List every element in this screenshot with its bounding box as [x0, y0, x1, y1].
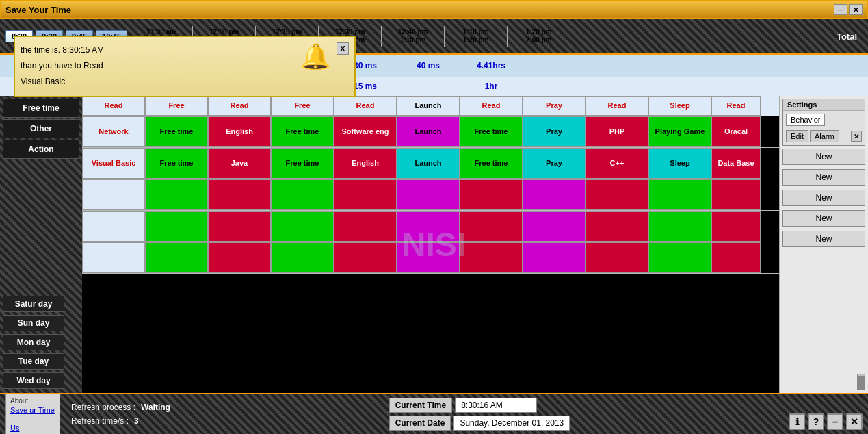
cell-wed-9[interactable]: [648, 242, 711, 273]
cell-wed-6[interactable]: [460, 242, 523, 273]
cell-wed-7[interactable]: [523, 242, 586, 273]
cell-sun-sleep[interactable]: Sleep: [648, 148, 711, 179]
info-button[interactable]: ℹ: [789, 413, 805, 430]
cell-mon-9[interactable]: [648, 179, 711, 210]
day-btn-monday[interactable]: Mon day: [3, 334, 64, 350]
time-section: Current Time 8:30:16 AM Current Date Sun…: [389, 398, 570, 431]
cell-mon-5[interactable]: [397, 179, 460, 210]
sidebar-btn-other[interactable]: Other: [3, 119, 79, 138]
cell-mon-1[interactable]: [145, 179, 208, 210]
current-time-label[interactable]: Current Time: [389, 398, 452, 413]
cell-mon-10[interactable]: [711, 179, 761, 210]
cell-sun-freetime-3[interactable]: Free time: [460, 148, 523, 179]
new-button-3[interactable]: New: [782, 190, 865, 206]
minimize-bottom-button[interactable]: –: [827, 413, 843, 430]
day-btn-saturday[interactable]: Satur day: [3, 296, 64, 312]
close-bottom-button[interactable]: ✕: [846, 413, 863, 430]
sidebar: Free time Other Action Satur day Sun day…: [0, 96, 82, 393]
cell-tue-6[interactable]: [460, 211, 523, 242]
cell-sat-english[interactable]: English: [208, 116, 271, 147]
day-btn-sunday[interactable]: Sun day: [3, 315, 64, 331]
subject-wed: [82, 242, 145, 273]
cell-tue-4[interactable]: [334, 211, 397, 242]
subject-mon: [82, 179, 145, 210]
cell-mon-8[interactable]: [586, 179, 648, 210]
header-read-2: Read: [334, 96, 397, 116]
edit-button[interactable]: Edit: [786, 130, 808, 142]
cell-sat-freetime-1[interactable]: Free time: [145, 116, 208, 147]
cell-tue-10[interactable]: [711, 211, 761, 242]
cell-wed-1[interactable]: [145, 242, 208, 273]
cell-tue-7[interactable]: [523, 211, 586, 242]
cell-sat-php[interactable]: PHP: [586, 116, 648, 147]
cell-mon-2[interactable]: [208, 179, 271, 210]
cell-tue-5[interactable]: [397, 211, 460, 242]
about-link-saveyrtime[interactable]: Save ur Time: [10, 406, 55, 414]
cell-mon-4[interactable]: [334, 179, 397, 210]
close-button[interactable]: ✕: [849, 4, 863, 15]
cell-tue-9[interactable]: [648, 211, 711, 242]
new-button-4[interactable]: New: [782, 210, 865, 227]
cell-tue-3[interactable]: [271, 211, 334, 242]
cell-wed-2[interactable]: [208, 242, 271, 273]
cell-sat-playinggame[interactable]: Playing Game: [648, 116, 711, 147]
cell-sun-freetime-1[interactable]: Free time: [145, 148, 208, 179]
settings-box: Settings Behavior Edit Alarm ✕: [782, 99, 865, 146]
sidebar-btn-freetime[interactable]: Free time: [3, 99, 79, 118]
cell-sun-cpp[interactable]: C++: [586, 148, 648, 179]
cell-sun-database[interactable]: Data Base: [711, 148, 761, 179]
popup-line3: Visual Basic: [21, 74, 295, 90]
cell-tue-1[interactable]: [145, 211, 208, 242]
refresh-process-value: Waiting: [141, 403, 170, 412]
sidebar-btn-action[interactable]: Action: [3, 140, 79, 159]
current-date-label[interactable]: Current Date: [389, 416, 451, 431]
header-free-2: Free: [271, 96, 334, 116]
cell-sat-pray[interactable]: Pray: [523, 116, 586, 147]
cell-sat-launch[interactable]: Launch: [397, 116, 460, 147]
day-btn-wednesday[interactable]: Wed day: [3, 372, 64, 389]
cell-wed-3[interactable]: [271, 242, 334, 273]
table-row-monday: [82, 179, 779, 211]
header-launch: Launch: [397, 96, 460, 116]
new-button-1[interactable]: New: [782, 149, 865, 165]
cell-wed-5[interactable]: [397, 242, 460, 273]
tab-behavior[interactable]: Behavior: [786, 114, 825, 126]
cell-mon-3[interactable]: [271, 179, 334, 210]
table-row-tuesday: [82, 211, 779, 242]
refresh-time-value: 3: [134, 416, 139, 426]
settings-tabs: Behavior: [783, 111, 865, 129]
cell-tue-2[interactable]: [208, 211, 271, 242]
cell-mon-6[interactable]: [460, 179, 523, 210]
cell-sun-launch[interactable]: Launch: [397, 148, 460, 179]
scroll-bar[interactable]: [857, 374, 865, 390]
new-button-5[interactable]: New: [782, 231, 865, 247]
cell-mon-7[interactable]: [523, 179, 586, 210]
bell-icon: 🔔: [300, 42, 331, 71]
day-btn-tuesday[interactable]: Tue day: [3, 353, 64, 370]
cell-wed-4[interactable]: [334, 242, 397, 273]
help-button[interactable]: ?: [808, 413, 824, 430]
cell-wed-10[interactable]: [711, 242, 761, 273]
cell-tue-8[interactable]: [586, 211, 648, 242]
cell-sun-pray[interactable]: Pray: [523, 148, 586, 179]
bottom-buttons: ℹ ? – ✕: [789, 413, 863, 431]
cell-sat-softwareeng[interactable]: Software eng: [334, 116, 397, 147]
popup-line1: the time is. 8:30:15 AM: [21, 42, 295, 58]
cell-sat-oracal[interactable]: Oracal: [711, 116, 761, 147]
header-read: Read: [82, 96, 145, 116]
minimize-button[interactable]: –: [834, 4, 847, 15]
new-button-2[interactable]: New: [782, 169, 865, 186]
cell-sun-freetime-2[interactable]: Free time: [271, 148, 334, 179]
about-title: About: [10, 397, 55, 405]
cell-sat-freetime-3[interactable]: Free time: [460, 116, 523, 147]
cell-wed-8[interactable]: [586, 242, 648, 273]
cell-sun-english[interactable]: English: [334, 148, 397, 179]
cell-sun-java[interactable]: Java: [208, 148, 271, 179]
subject-tue: [82, 211, 145, 242]
settings-close-icon[interactable]: ✕: [851, 131, 862, 142]
cell-sat-freetime-2[interactable]: Free time: [271, 116, 334, 147]
about-link-us[interactable]: Us: [10, 424, 55, 432]
header-read-5: Read: [711, 96, 761, 116]
alarm-button[interactable]: Alarm: [810, 130, 839, 142]
popup-close-button[interactable]: X: [337, 42, 349, 55]
